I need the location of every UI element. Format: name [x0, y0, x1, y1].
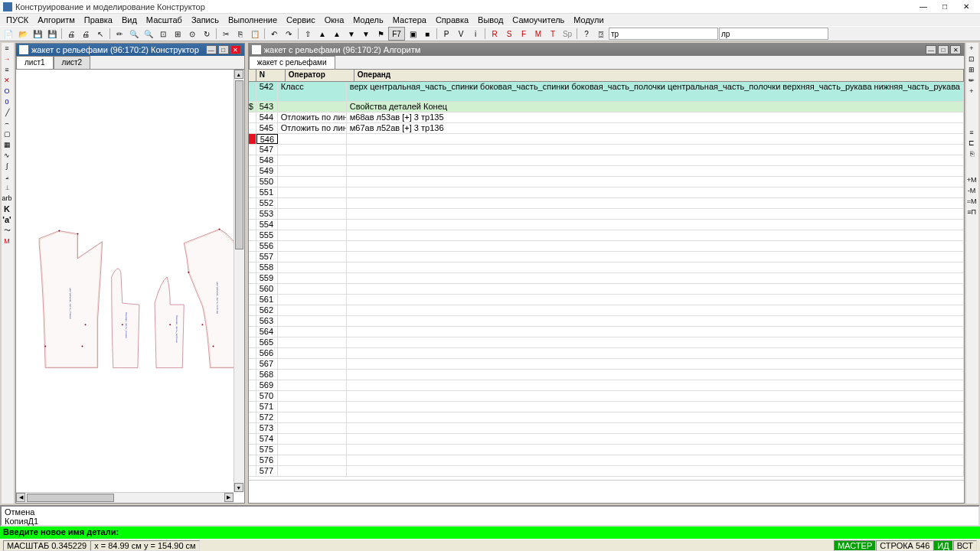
table-row[interactable]: 561: [249, 295, 964, 305]
f-button[interactable]: F: [517, 27, 531, 41]
menu-execute[interactable]: Выполнение: [224, 15, 282, 25]
algorithm-tab[interactable]: жакет с рельефами: [249, 56, 335, 69]
table-row[interactable]: 562: [249, 305, 964, 316]
menu-help[interactable]: Справка: [431, 15, 473, 25]
r-button[interactable]: R: [488, 27, 501, 41]
table-row[interactable]: 575: [249, 445, 964, 455]
menu-service[interactable]: Сервис: [282, 15, 320, 25]
panel-close-button[interactable]: ✕: [230, 45, 241, 54]
tab-sheet1[interactable]: лист1: [16, 56, 54, 69]
zoom-tool-icon[interactable]: ✏: [113, 27, 126, 41]
save-icon[interactable]: 💾: [31, 27, 44, 41]
cut-icon[interactable]: ✂: [219, 27, 233, 41]
triangle-down-icon[interactable]: ▼: [345, 27, 358, 41]
i-button[interactable]: i: [469, 27, 482, 41]
lt-k-icon[interactable]: K: [2, 204, 12, 214]
table-row[interactable]: 568: [249, 370, 964, 380]
constructor-panel-title[interactable]: жакет с рельефами (96:170:2) Конструктор…: [16, 44, 244, 56]
console-icon[interactable]: ▣: [406, 27, 420, 41]
lt-arc-icon[interactable]: ⌢: [2, 118, 12, 129]
copy-icon[interactable]: ⎘: [234, 27, 247, 41]
panel-maximize-button[interactable]: □: [938, 45, 949, 54]
table-row[interactable]: 550: [249, 177, 964, 187]
table-row[interactable]: 555: [249, 230, 964, 241]
print-preview-icon[interactable]: 🖨: [79, 27, 93, 41]
zoom-in-icon[interactable]: 🔍: [127, 27, 141, 41]
table-row[interactable]: 553: [249, 209, 964, 220]
table-row[interactable]: 576: [249, 455, 964, 466]
triangle-up-icon[interactable]: ▲: [315, 27, 329, 41]
rt-m1-icon[interactable]: +M: [966, 174, 977, 185]
table-row[interactable]: 545Отложить по линиим67ав л52ав [+] 3 тр…: [249, 123, 964, 134]
menu-output[interactable]: Вывод: [473, 15, 508, 25]
rt-tool3-icon[interactable]: ✏: [966, 75, 977, 86]
menu-record[interactable]: Запись: [187, 15, 224, 25]
pan-icon[interactable]: ⊙: [185, 27, 199, 41]
lt-grid-icon[interactable]: ▦: [2, 139, 12, 150]
col-operand[interactable]: Операнд: [354, 70, 964, 81]
table-row[interactable]: 566: [249, 348, 964, 359]
table-row[interactable]: 548: [249, 155, 964, 166]
lt-point-icon[interactable]: 0: [2, 96, 12, 107]
f7-button[interactable]: F7: [388, 27, 405, 41]
menu-windows[interactable]: Окна: [320, 15, 349, 25]
toolbar-combo-2[interactable]: [719, 28, 828, 40]
canvas-scrollbar-vertical[interactable]: ▲ ▼: [234, 70, 244, 492]
table-row[interactable]: 558: [249, 262, 964, 273]
save-as-icon[interactable]: 💾: [45, 27, 59, 41]
refresh-icon[interactable]: ↻: [200, 27, 214, 41]
zoom-window-icon[interactable]: ⊞: [171, 27, 185, 41]
table-row[interactable]: 564: [249, 327, 964, 337]
table-row[interactable]: 549: [249, 166, 964, 177]
rt-m2-icon[interactable]: -M: [966, 185, 977, 196]
table-row[interactable]: 573: [249, 423, 964, 434]
table-row[interactable]: 551: [249, 187, 964, 198]
table-row[interactable]: 565: [249, 337, 964, 348]
flag-icon[interactable]: ⚑: [374, 27, 387, 41]
table-row[interactable]: 556: [249, 241, 964, 252]
lt-angle-icon[interactable]: ⦟: [2, 171, 12, 182]
table-row[interactable]: $543Свойства деталей Конец: [249, 102, 964, 112]
triangle-up2-icon[interactable]: ▲: [330, 27, 344, 41]
menu-algorithm[interactable]: Алгоритм: [33, 15, 80, 25]
table-row[interactable]: 563: [249, 316, 964, 327]
v-button[interactable]: V: [454, 27, 468, 41]
s-button[interactable]: S: [502, 27, 516, 41]
rt-copy-icon[interactable]: ⎘: [966, 148, 977, 159]
rt-align-icon[interactable]: ≡: [966, 127, 977, 138]
lt-wave-icon[interactable]: 〜: [2, 225, 12, 236]
table-row[interactable]: 560: [249, 284, 964, 295]
lt-a-icon[interactable]: 'a': [2, 214, 12, 225]
table-row[interactable]: 544Отложить по линиим68ав л53ав [+] 3 тр…: [249, 112, 964, 123]
lt-curve-icon[interactable]: ∿: [2, 150, 12, 161]
table-row[interactable]: 577: [249, 466, 964, 477]
menu-masters[interactable]: Мастера: [388, 15, 431, 25]
command-prompt[interactable]: Введите новое имя детали:: [0, 527, 980, 539]
panel-close-button[interactable]: ✕: [950, 45, 961, 54]
context-help-icon[interactable]: ⍰: [594, 27, 608, 41]
window-minimize-button[interactable]: —: [913, 1, 934, 13]
cursor-icon[interactable]: ↖: [93, 27, 107, 41]
drawing-canvas[interactable]: центральная_часть_спинки боковая_часть_с…: [16, 70, 244, 503]
paste-icon[interactable]: 📋: [248, 27, 262, 41]
rt-plus-icon[interactable]: +: [966, 43, 977, 54]
triangle-down2-icon[interactable]: ▼: [359, 27, 373, 41]
table-body[interactable]: 542Классверх центральная_часть_спинки бо…: [249, 82, 964, 480]
table-row[interactable]: 552: [249, 198, 964, 209]
lt-list-icon[interactable]: ≡: [2, 43, 12, 54]
window-close-button[interactable]: ✕: [956, 1, 977, 13]
stop-icon[interactable]: ■: [420, 27, 434, 41]
undo-icon[interactable]: ↶: [267, 27, 281, 41]
menu-edit[interactable]: Правка: [80, 15, 117, 25]
lt-delete-icon[interactable]: ✕: [2, 75, 12, 86]
table-row[interactable]: 572: [249, 412, 964, 423]
rt-measure-icon[interactable]: ⊏: [966, 138, 977, 148]
sp-button[interactable]: Sp: [560, 27, 574, 41]
zoom-fit-icon[interactable]: ⊡: [156, 27, 170, 41]
m-button[interactable]: M: [531, 27, 545, 41]
window-maximize-button[interactable]: □: [934, 1, 956, 13]
new-icon[interactable]: 📄: [2, 27, 15, 41]
help-icon[interactable]: ?: [580, 27, 593, 41]
panel-minimize-button[interactable]: —: [926, 45, 936, 54]
col-operator[interactable]: Оператор: [286, 70, 354, 81]
